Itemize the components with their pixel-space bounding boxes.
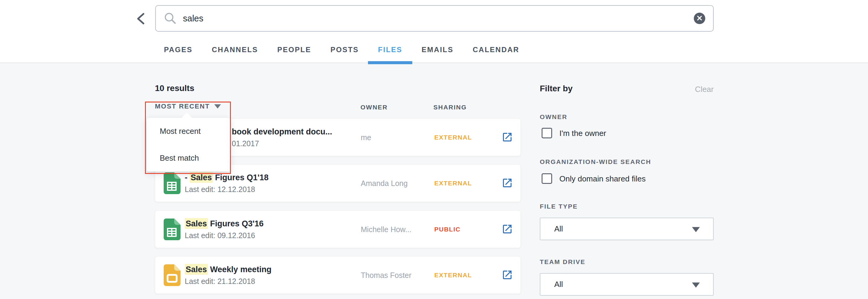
search-icon: [164, 12, 177, 25]
domain-shared-checkbox[interactable]: [541, 173, 552, 184]
file-title-text: Figures Q1'18: [213, 173, 269, 182]
search-tabs: PAGES CHANNELS PEOPLE POSTS FILES EMAILS…: [164, 36, 519, 63]
file-title: Sales Weekly meeting: [185, 265, 272, 274]
file-last-edit: 01.2017: [232, 139, 332, 148]
column-header-sharing: SHARING: [433, 104, 467, 111]
im-the-owner-label: I'm the owner: [559, 129, 606, 138]
tab-pages[interactable]: PAGES: [164, 36, 193, 63]
close-icon: [696, 15, 703, 22]
clear-filters-link[interactable]: Clear: [675, 85, 714, 94]
chevron-down-icon: [692, 282, 700, 288]
file-title-text: -: [185, 173, 190, 182]
google-sheets-icon: [164, 172, 181, 194]
google-slides-icon: [164, 264, 181, 286]
filter-section-team-drive: TEAM DRIVE: [540, 258, 586, 266]
tab-emails[interactable]: EMAILS: [422, 36, 454, 63]
file-title: - Sales Figures Q1'18: [185, 173, 269, 182]
search-input[interactable]: [183, 6, 694, 30]
open-file-button[interactable]: [501, 223, 513, 235]
open-in-new-icon: [501, 185, 513, 189]
topbar: PAGES CHANNELS PEOPLE POSTS FILES EMAILS…: [0, 0, 868, 63]
sharing-badge: EXTERNAL: [434, 134, 472, 141]
file-result-row[interactable]: Sales Weekly meeting Last edit: 21.12.20…: [155, 256, 521, 294]
file-last-edit: Last edit: 21.12.2018: [185, 277, 272, 286]
search-term-highlight: Sales: [185, 264, 208, 275]
clear-search-button[interactable]: [694, 13, 705, 24]
sharing-badge: PUBLIC: [434, 226, 461, 233]
tab-calendar[interactable]: CALENDAR: [473, 36, 520, 63]
file-type-select[interactable]: All: [540, 218, 714, 240]
team-drive-select[interactable]: All: [540, 273, 714, 296]
file-owner: me: [361, 133, 432, 142]
file-owner: Amanda Long: [361, 179, 432, 187]
column-header-owner: OWNER: [361, 104, 388, 111]
file-type-select-value: All: [554, 224, 563, 234]
search-term-highlight: Sales: [190, 172, 213, 183]
sort-dropdown-trigger[interactable]: MOST RECENT: [155, 102, 221, 110]
back-button[interactable]: [134, 11, 150, 27]
file-result-row[interactable]: Sales Figures Q3'16 Last edit: 09.12.201…: [155, 210, 521, 248]
open-in-new-icon: [501, 277, 513, 281]
open-in-new-icon: [501, 139, 513, 144]
tab-files[interactable]: FILES: [378, 36, 402, 63]
file-last-edit: Last edit: 09.12.2016: [185, 231, 264, 240]
filter-panel-title: Filter by: [540, 84, 572, 93]
filter-section-file-type: FILE TYPE: [540, 203, 578, 210]
tab-people[interactable]: PEOPLE: [277, 36, 311, 63]
chevron-down-icon: [692, 227, 700, 232]
open-in-new-icon: [501, 231, 513, 236]
open-file-button[interactable]: [501, 131, 513, 144]
search-box: [155, 5, 714, 32]
sharing-badge: EXTERNAL: [434, 272, 472, 279]
google-sheets-icon: [164, 218, 181, 240]
filter-section-org-wide: ORGANIZATION-WIDE SEARCH: [540, 158, 651, 166]
file-title-text: Weekly meeting: [208, 265, 272, 274]
search-term-highlight: Sales: [185, 218, 208, 229]
chevron-left-icon: [134, 23, 150, 27]
filter-section-owner: OWNER: [540, 113, 567, 121]
results-count: 10 results: [155, 84, 194, 93]
file-owner: Thomas Foster: [361, 271, 432, 279]
team-drive-select-value: All: [554, 280, 563, 289]
open-file-button[interactable]: [501, 269, 513, 281]
file-title: Sales Figures Q3'16: [185, 219, 264, 228]
file-title-text: book development docu...: [232, 127, 332, 136]
chevron-down-icon: [214, 104, 221, 109]
sharing-badge: EXTERNAL: [434, 180, 472, 187]
open-file-button[interactable]: [501, 177, 513, 189]
sort-label: MOST RECENT: [155, 102, 210, 110]
sort-dropdown-menu: Most recent Best match: [147, 118, 230, 172]
im-the-owner-checkbox[interactable]: [541, 128, 552, 138]
file-title: book development docu...: [232, 127, 332, 136]
sort-option-best-match[interactable]: Best match: [147, 145, 230, 172]
file-last-edit: Last edit: 12.12.2018: [185, 185, 269, 193]
sort-option-most-recent[interactable]: Most recent: [147, 118, 230, 145]
tab-channels[interactable]: CHANNELS: [212, 36, 258, 63]
domain-shared-label: Only domain shared files: [559, 174, 646, 184]
file-title-text: Figures Q3'16: [208, 219, 264, 228]
tab-posts[interactable]: POSTS: [330, 36, 359, 63]
file-owner: Michelle How...: [361, 225, 432, 234]
